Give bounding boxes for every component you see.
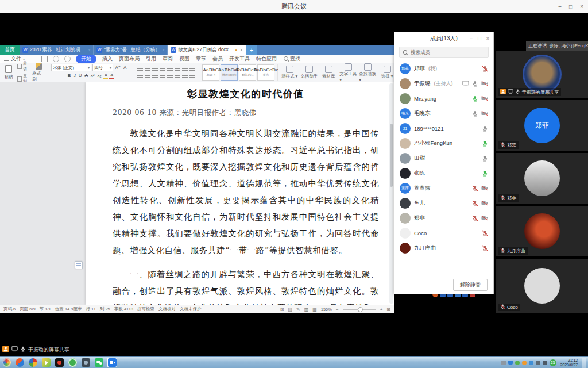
member-row[interactable]: 冯小邪FengKun bbox=[394, 136, 493, 151]
indent-increase-icon[interactable] bbox=[160, 67, 165, 71]
indent-decrease-icon[interactable] bbox=[152, 67, 158, 71]
menu-item-章节[interactable]: 章节 bbox=[195, 55, 207, 63]
video-tile[interactable]: 郑菲郑菲 bbox=[496, 100, 588, 151]
speaker-icon[interactable] bbox=[536, 361, 540, 365]
member-row[interactable]: 郑非 bbox=[394, 210, 493, 225]
mic-icon[interactable] bbox=[472, 185, 478, 191]
shield-icon[interactable] bbox=[508, 361, 513, 365]
document-tab[interactable]: W散文美6.27日例会.docx▲× bbox=[168, 45, 246, 55]
show-desktop-button[interactable] bbox=[582, 358, 586, 368]
document-page[interactable]: 彰显敦煌文化的时代价值 2020-06-10 来源：光明日报作者：黑晓佛 敦煌文… bbox=[86, 82, 394, 305]
minimize-icon[interactable]: − bbox=[558, 3, 562, 10]
mic-icon[interactable] bbox=[482, 245, 488, 251]
video-app-icon[interactable] bbox=[55, 358, 64, 367]
undo-icon[interactable] bbox=[53, 56, 59, 62]
highlight-button[interactable]: A bbox=[103, 72, 108, 79]
font-size-select[interactable]: 四号▾ bbox=[92, 64, 113, 71]
show-marks-icon[interactable] bbox=[189, 67, 195, 71]
camera-icon[interactable] bbox=[481, 200, 488, 206]
pinwheel-browser-icon[interactable] bbox=[28, 358, 38, 367]
font-family-select[interactable]: 宋体 (正文)▾ bbox=[51, 64, 91, 71]
bullet-list-icon[interactable] bbox=[137, 67, 143, 71]
cpu-badge[interactable]: 25 bbox=[550, 359, 556, 366]
align-right-icon[interactable] bbox=[152, 74, 158, 78]
member-search-input[interactable] bbox=[409, 49, 485, 56]
member-row[interactable]: Mrs.yang bbox=[394, 91, 493, 106]
member-row[interactable]: 田甜 bbox=[394, 151, 493, 166]
camera-icon[interactable] bbox=[481, 185, 488, 191]
sort-icon[interactable] bbox=[182, 67, 188, 71]
decrease-font-button[interactable]: A⁻ bbox=[123, 65, 130, 70]
fit-page-icon[interactable]: ⊞ bbox=[386, 307, 390, 312]
save-icon[interactable] bbox=[30, 56, 36, 62]
web-view-icon[interactable]: ▦ bbox=[312, 307, 317, 312]
mic-icon[interactable] bbox=[472, 110, 478, 117]
outline-view-icon[interactable]: ▥ bbox=[304, 307, 309, 312]
panel-close-icon[interactable]: × bbox=[486, 36, 489, 41]
unmute-button[interactable]: 解除静音 bbox=[453, 279, 488, 291]
mic-icon[interactable] bbox=[482, 125, 488, 132]
member-row[interactable]: 郑菲郑菲(我) bbox=[394, 61, 493, 76]
menu-item-特色应用[interactable]: 特色应用 bbox=[256, 55, 277, 63]
camera-icon[interactable] bbox=[481, 215, 488, 221]
page-view-icon[interactable]: ▤ bbox=[288, 307, 292, 312]
increase-font-button[interactable]: A⁺ bbox=[114, 65, 122, 70]
find-button[interactable]: 查找 bbox=[284, 55, 300, 63]
mic-icon[interactable] bbox=[482, 140, 488, 147]
ink-view-icon[interactable]: ✎ bbox=[296, 307, 300, 312]
menu-item-审阅[interactable]: 审阅 bbox=[162, 55, 173, 63]
menu-item-插入[interactable]: 插入 bbox=[102, 55, 113, 63]
member-row[interactable]: 九月序曲 bbox=[394, 240, 493, 255]
tool-选择[interactable]: 选择 ▾ bbox=[378, 66, 396, 79]
tab-start[interactable]: 开始 bbox=[76, 55, 96, 63]
menu-item-开发工具[interactable]: 开发工具 bbox=[229, 55, 250, 63]
print-icon[interactable] bbox=[41, 56, 48, 62]
printer-icon[interactable] bbox=[501, 361, 506, 365]
member-row[interactable]: 张陈 bbox=[394, 166, 493, 181]
vertical-scrollbar[interactable] bbox=[389, 83, 393, 304]
mic-icon[interactable] bbox=[472, 215, 478, 221]
style-item[interactable]: AaBbCcDc重点 bbox=[257, 64, 274, 80]
video-tile[interactable]: Coco bbox=[496, 259, 588, 313]
align-center-icon[interactable] bbox=[145, 74, 150, 78]
distribute-icon[interactable] bbox=[167, 74, 173, 78]
wechat-icon[interactable] bbox=[94, 358, 104, 367]
panel-minimize-icon[interactable]: − bbox=[470, 36, 473, 41]
comment-marker-icon[interactable] bbox=[75, 261, 83, 269]
camera-icon[interactable] bbox=[481, 80, 488, 86]
maximize-icon[interactable]: □ bbox=[569, 3, 572, 10]
menu-item-会员[interactable]: 会员 bbox=[212, 55, 223, 63]
justify-icon[interactable] bbox=[160, 74, 165, 78]
close-icon[interactable]: × bbox=[580, 3, 583, 10]
bold-button[interactable]: B bbox=[67, 73, 72, 78]
style-item[interactable]: AaBbC标题 4 bbox=[202, 64, 219, 80]
tool-文档助手[interactable]: 文档助手 bbox=[300, 66, 318, 79]
mic-icon[interactable] bbox=[482, 170, 488, 177]
screen-share-icon[interactable] bbox=[462, 80, 469, 86]
document-tab[interactable]: W2020 素养...社计划的项目模板◦ bbox=[20, 45, 94, 55]
member-search-box[interactable] bbox=[399, 47, 489, 58]
tool-素材库[interactable]: 素材库 bbox=[320, 66, 337, 79]
video-tile[interactable]: 九月序曲 bbox=[496, 206, 588, 256]
menu-item-视图[interactable]: 视图 bbox=[179, 55, 190, 63]
member-row[interactable]: 鱼儿 bbox=[394, 195, 493, 210]
zoom-out-icon[interactable]: − bbox=[336, 307, 339, 312]
video-tile[interactable]: 郑非 bbox=[496, 153, 588, 204]
format-painter-button[interactable]: 格式刷 bbox=[32, 63, 45, 82]
menu-item-页面布局[interactable]: 页面布局 bbox=[118, 55, 140, 63]
menu-item-引用[interactable]: 引用 bbox=[145, 55, 157, 63]
fullread-view-icon[interactable]: ⊡ bbox=[280, 307, 284, 312]
green-app-icon[interactable] bbox=[68, 358, 78, 367]
superscript-button[interactable]: x² bbox=[90, 73, 95, 78]
tool-文字工具[interactable]: 文字工具 ▾ bbox=[339, 63, 357, 82]
number-list-icon[interactable] bbox=[145, 67, 150, 71]
wps-home-tab[interactable]: 首页 bbox=[0, 45, 20, 55]
align-left-icon[interactable] bbox=[137, 74, 143, 78]
green-dot-icon[interactable] bbox=[515, 361, 520, 365]
mic-icon[interactable] bbox=[472, 80, 478, 87]
italic-button[interactable]: I bbox=[73, 73, 76, 78]
member-row[interactable]: 萱霈萱萱霈 bbox=[394, 181, 493, 195]
camera-icon[interactable] bbox=[481, 95, 488, 101]
redo-icon[interactable] bbox=[64, 56, 71, 62]
close-tab-icon[interactable]: × bbox=[240, 47, 243, 53]
